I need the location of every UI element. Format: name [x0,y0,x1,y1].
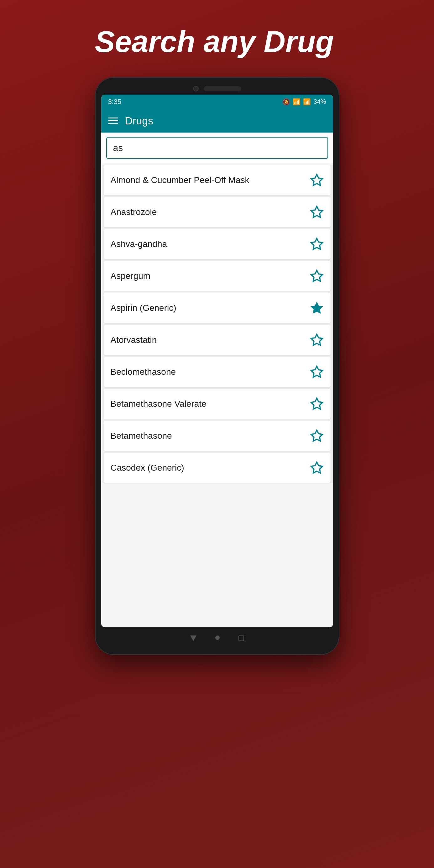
drug-item-3: Aspergum [104,261,331,291]
phone-top-bar [101,86,333,92]
drug-name-1: Anastrozole [111,207,157,217]
mute-icon: 🔕 [282,98,290,105]
svg-marker-9 [311,462,322,473]
drug-name-8: Betamethasone [111,431,172,441]
drug-name-9: Casodex (Generic) [111,463,184,473]
svg-marker-5 [311,334,322,345]
drug-name-0: Almond & Cucumber Peel-Off Mask [111,175,249,185]
star-button-4[interactable] [310,301,324,315]
page-background-title: Search any Drug [95,25,339,58]
phone-camera [193,86,199,92]
hamburger-line-1 [108,118,118,119]
star-button-9[interactable] [310,461,324,475]
drug-item-4: Aspirin (Generic) [104,293,331,323]
star-button-3[interactable] [310,269,324,283]
status-time: 3:35 [108,98,122,106]
svg-marker-8 [311,430,322,441]
back-button[interactable] [190,636,196,641]
svg-marker-2 [311,238,322,249]
app-bar: Drugs [101,109,333,132]
star-button-6[interactable] [310,365,324,379]
hamburger-line-2 [108,120,118,121]
star-button-2[interactable] [310,237,324,251]
drug-item-2: Ashva-gandha [104,229,331,259]
star-button-1[interactable] [310,205,324,219]
drug-name-4: Aspirin (Generic) [111,303,177,313]
search-input[interactable] [106,137,328,159]
search-container [101,132,333,163]
hamburger-menu-button[interactable] [108,118,118,124]
app-title: Drugs [125,115,154,127]
drug-name-7: Betamethasone Valerate [111,399,207,409]
svg-marker-3 [311,270,322,281]
star-button-0[interactable] [310,173,324,187]
phone-shell: 3:35 🔕 📶 📶 34% Drugs Almon [95,77,339,655]
drug-name-3: Aspergum [111,271,151,281]
drug-item-1: Anastrozole [104,197,331,227]
svg-marker-1 [311,206,322,217]
svg-marker-6 [311,366,322,377]
home-button[interactable] [215,636,220,640]
svg-marker-0 [311,174,322,185]
drug-name-2: Ashva-gandha [111,239,167,249]
drug-item-9: Casodex (Generic) [104,453,331,483]
drug-item-8: Betamethasone [104,421,331,451]
drug-item-6: Beclomethasone [104,357,331,387]
drug-list: Almond & Cucumber Peel-Off Mask Anastroz… [101,165,333,483]
svg-marker-4 [311,302,322,313]
wifi-icon: 📶 [293,98,301,105]
drug-name-6: Beclomethasone [111,367,176,377]
drug-name-5: Atorvastatin [111,335,157,345]
phone-nav-bar [101,630,333,646]
hamburger-line-3 [108,123,118,124]
drug-item-7: Betamethasone Valerate [104,389,331,419]
battery-text: 34% [313,98,326,105]
status-icons: 🔕 📶 📶 34% [282,98,326,105]
drug-item-0: Almond & Cucumber Peel-Off Mask [104,165,331,195]
star-button-5[interactable] [310,333,324,347]
star-button-8[interactable] [310,429,324,443]
status-bar: 3:35 🔕 📶 📶 34% [101,95,333,109]
star-button-7[interactable] [310,397,324,411]
drug-item-5: Atorvastatin [104,325,331,355]
signal-icon: 📶 [303,98,311,105]
recents-button[interactable] [239,636,244,641]
svg-marker-7 [311,398,322,409]
phone-speaker [204,86,241,91]
phone-screen: 3:35 🔕 📶 📶 34% Drugs Almon [101,95,333,627]
